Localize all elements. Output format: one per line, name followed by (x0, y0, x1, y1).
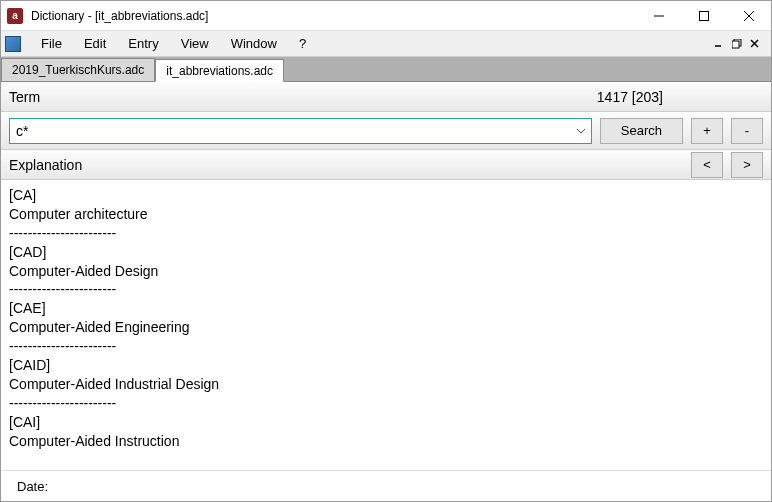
add-button[interactable]: + (691, 118, 723, 144)
explanation-header: Explanation < > (1, 150, 771, 180)
titlebar-left: a Dictionary - [it_abbreviations.adc] (1, 8, 208, 24)
tab-it-abbreviations[interactable]: it_abbreviations.adc (155, 59, 284, 82)
footer: Date: (1, 471, 771, 501)
window-title: Dictionary - [it_abbreviations.adc] (31, 9, 208, 23)
window-controls (636, 1, 771, 30)
nav-buttons: < > (691, 152, 763, 178)
term-header: Term 1417 [203] (1, 82, 771, 112)
svg-rect-1 (699, 11, 708, 20)
menu-view[interactable]: View (171, 33, 219, 54)
menu-help[interactable]: ? (289, 33, 316, 54)
menu-file[interactable]: File (31, 33, 72, 54)
close-button[interactable] (726, 1, 771, 30)
explanation-label: Explanation (9, 157, 683, 173)
titlebar: a Dictionary - [it_abbreviations.adc] (1, 1, 771, 31)
date-label: Date: (17, 479, 48, 494)
mdi-controls (711, 37, 767, 51)
term-combobox[interactable] (9, 118, 592, 144)
remove-button[interactable]: - (731, 118, 763, 144)
menu-window[interactable]: Window (221, 33, 287, 54)
svg-rect-6 (732, 41, 739, 48)
menu-entry[interactable]: Entry (118, 33, 168, 54)
mdi-minimize-button[interactable] (711, 37, 727, 51)
menu-edit[interactable]: Edit (74, 33, 116, 54)
result-count: 1417 [203] (597, 89, 763, 105)
term-label: Term (9, 89, 589, 105)
mdi-restore-button[interactable] (729, 37, 745, 51)
term-input[interactable] (10, 123, 571, 139)
search-row: Search + - (1, 112, 771, 150)
search-button[interactable]: Search (600, 118, 683, 144)
menubar: File Edit Entry View Window ? (1, 31, 771, 57)
mdi-close-button[interactable] (747, 37, 763, 51)
content-area: Term 1417 [203] Search + - Explanation <… (1, 82, 771, 501)
app-icon: a (7, 8, 23, 24)
maximize-button[interactable] (681, 1, 726, 30)
menubar-left: File Edit Entry View Window ? (5, 33, 316, 54)
prev-button[interactable]: < (691, 152, 723, 178)
combo-dropdown-icon[interactable] (571, 119, 591, 143)
tabbar: 2019_TuerkischKurs.adc it_abbreviations.… (1, 57, 771, 82)
tab-tuerkischkurs[interactable]: 2019_TuerkischKurs.adc (1, 58, 155, 81)
results-text[interactable]: [CA] Computer architecture -------------… (1, 180, 771, 471)
menu-app-icon[interactable] (5, 36, 21, 52)
minimize-button[interactable] (636, 1, 681, 30)
next-button[interactable]: > (731, 152, 763, 178)
